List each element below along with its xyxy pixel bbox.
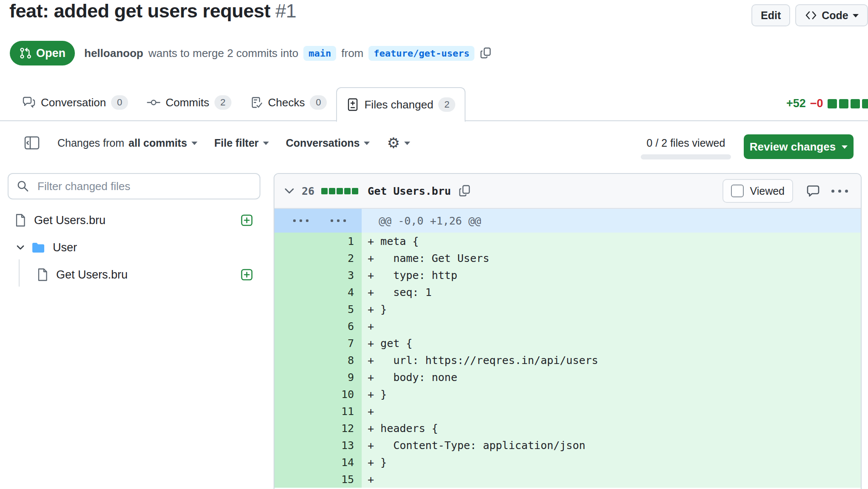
file-filter-dropdown[interactable]: File filter — [214, 137, 269, 149]
viewed-label: Viewed — [750, 185, 785, 197]
base-branch-label[interactable]: main — [303, 46, 336, 61]
file-tree-item-get-users[interactable]: Get Users.bru — [8, 207, 260, 234]
diff-line: 13+ Content-Type: application/json — [274, 437, 861, 454]
search-icon — [16, 179, 30, 193]
diff-line-code: + — [362, 471, 861, 488]
tab-checks-label: Checks — [268, 96, 305, 109]
changes-from-value: all commits — [128, 137, 187, 149]
copy-branch-icon[interactable] — [480, 47, 492, 60]
chevron-down-icon — [263, 142, 269, 148]
file-added-icon — [240, 214, 253, 227]
diff-line: 5+ } — [274, 301, 861, 318]
tab-files-changed-count: 2 — [438, 97, 455, 112]
file-tree-item-user-get-users[interactable]: Get Users.bru — [8, 261, 260, 288]
collapse-diff-chevron-icon[interactable] — [284, 186, 295, 196]
folder-label: User — [53, 241, 260, 254]
copy-filename-icon[interactable] — [458, 184, 471, 198]
tab-commits[interactable]: Commits 2 — [137, 84, 241, 121]
chevron-down-icon — [191, 142, 197, 148]
diff-line: 3+ type: http — [274, 267, 861, 284]
review-changes-label: Review changes — [750, 140, 836, 154]
tab-commits-label: Commits — [166, 96, 209, 109]
comment-discussion-icon — [22, 96, 36, 109]
checklist-icon — [250, 96, 263, 109]
diff-line-number[interactable]: 14 — [274, 454, 362, 471]
file-tree-label: Get Users.bru — [56, 268, 240, 281]
diff-settings-dropdown[interactable]: ⚙ — [387, 136, 410, 150]
comment-icon[interactable] — [806, 184, 821, 198]
diffstat-block — [337, 188, 343, 194]
expand-diff-gutter[interactable] — [274, 209, 362, 233]
diff-line-number[interactable]: 2 — [274, 250, 362, 267]
hunk-header: @@ -0,0 +1,26 @@ — [362, 209, 861, 233]
tab-files-changed[interactable]: Files changed 2 — [336, 87, 465, 122]
gear-icon: ⚙ — [387, 136, 400, 150]
diffstat-block — [851, 99, 860, 108]
diff-line-number[interactable]: 15 — [274, 471, 362, 488]
diff-filename[interactable]: Get Users.bru — [368, 185, 451, 197]
pr-byline: Open helloanoop wants to merge 2 commits… — [10, 41, 492, 65]
viewed-checkbox[interactable] — [731, 185, 744, 197]
diff-line-code: + — [362, 403, 861, 420]
head-branch-label[interactable]: feature/get-users — [368, 46, 474, 61]
diff-line: 8+ url: https://reqres.in/api/users — [274, 352, 861, 369]
diffstat-blocks — [828, 99, 868, 108]
tree-indent-guide — [19, 259, 20, 287]
diff-line-code: + url: https://reqres.in/api/users — [362, 352, 861, 369]
diff-line: 9+ body: none — [274, 369, 861, 386]
pr-title-text: feat: added get users request — [9, 0, 270, 22]
diff-hunk-row: @@ -0,0 +1,26 @@ — [274, 209, 861, 233]
diffstat-block — [352, 188, 358, 194]
diff-line-code: + name: Get Users — [362, 250, 861, 267]
author-link[interactable]: helloanoop — [84, 47, 143, 60]
viewed-toggle-button[interactable]: Viewed — [722, 179, 793, 203]
diffstat-block — [862, 99, 868, 108]
changes-from-dropdown[interactable]: Changes from all commits — [57, 137, 197, 149]
diff-line-code: + } — [362, 301, 861, 318]
collapse-file-tree-button[interactable] — [23, 135, 40, 151]
diff-options-kebab-icon[interactable] — [828, 190, 851, 193]
tab-checks-count: 0 — [310, 95, 327, 110]
tab-conversation[interactable]: Conversation 0 — [13, 84, 137, 121]
byline-action: wants to merge 2 commits into — [148, 47, 299, 60]
diff-line-number[interactable]: 6 — [274, 318, 362, 335]
diff-line-code: + body: none — [362, 369, 861, 386]
diff-line-code: + — [362, 318, 861, 335]
files-viewed-progress: 0 / 2 files viewed — [641, 137, 731, 159]
edit-button[interactable]: Edit — [751, 4, 790, 26]
diffstat-block — [344, 188, 351, 194]
diff-line-code: + get { — [362, 335, 861, 352]
diff-line: 7+ get { — [274, 335, 861, 352]
diff-line-number[interactable]: 4 — [274, 284, 362, 301]
code-icon — [805, 9, 817, 21]
conversations-dropdown[interactable]: Conversations — [286, 137, 370, 149]
file-tree-label: Get Users.bru — [34, 214, 240, 227]
chevron-down-icon — [404, 142, 410, 148]
diff-file-panel: 26 Get Users.bru Viewed — [274, 173, 862, 489]
expand-dots-icon — [331, 219, 346, 222]
diff-line-number[interactable]: 9 — [274, 369, 362, 386]
diff-line-number[interactable]: 11 — [274, 403, 362, 420]
diff-line-number[interactable]: 10 — [274, 386, 362, 403]
diff-line-code: + seq: 1 — [362, 284, 861, 301]
folder-icon — [31, 242, 45, 253]
review-changes-button[interactable]: Review changes — [744, 134, 854, 159]
diff-line-number[interactable]: 13 — [274, 437, 362, 454]
file-filter-box — [8, 173, 260, 199]
diff-line-number[interactable]: 12 — [274, 420, 362, 437]
diff-line-number[interactable]: 1 — [274, 233, 362, 250]
diff-line-number[interactable]: 8 — [274, 352, 362, 369]
byline-from: from — [341, 47, 363, 60]
diff-line-number[interactable]: 3 — [274, 267, 362, 284]
filter-changed-files-input[interactable] — [37, 179, 252, 193]
tab-conversation-label: Conversation — [41, 96, 106, 109]
diff-line-number[interactable]: 5 — [274, 301, 362, 318]
tab-commits-count: 2 — [214, 95, 231, 110]
file-tree-folder-user[interactable]: User — [8, 234, 260, 261]
file-icon — [14, 213, 26, 227]
diff-lines-changed: 26 — [302, 185, 314, 197]
tab-checks[interactable]: Checks 0 — [241, 84, 337, 121]
diff-line-number[interactable]: 7 — [274, 335, 362, 352]
edit-button-label: Edit — [761, 9, 781, 22]
code-button[interactable]: Code — [795, 4, 868, 26]
